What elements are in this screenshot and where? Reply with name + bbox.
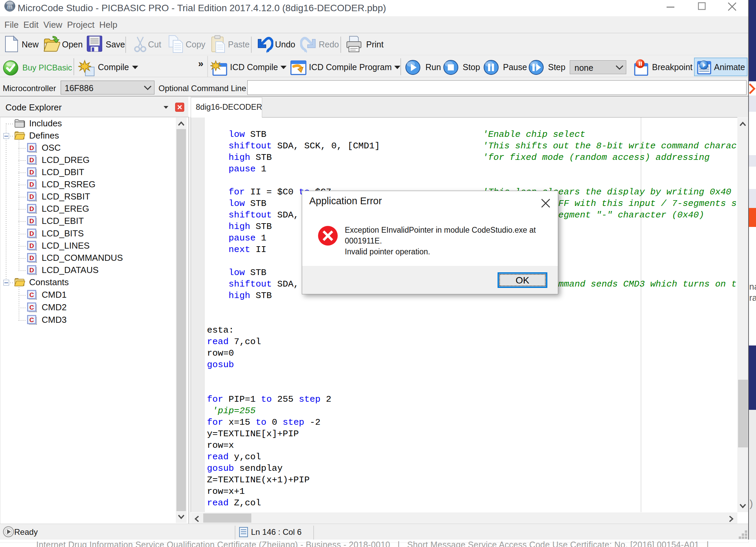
svg-text:m: m [7,3,13,10]
svg-text:D: D [29,193,34,200]
svg-text:D: D [29,267,34,274]
svg-text:D: D [29,205,34,212]
svg-text:C: C [29,304,34,311]
svg-text:D: D [29,181,34,188]
svg-text:C: C [29,291,34,298]
svg-text:D: D [29,156,34,164]
svg-text:D: D [29,242,34,249]
svg-text:D: D [29,169,34,176]
svg-text:D: D [29,230,34,237]
svg-text:C: C [29,316,34,323]
svg-text:D: D [29,217,34,225]
svg-text:D: D [29,144,34,151]
svg-text:D: D [29,254,34,261]
